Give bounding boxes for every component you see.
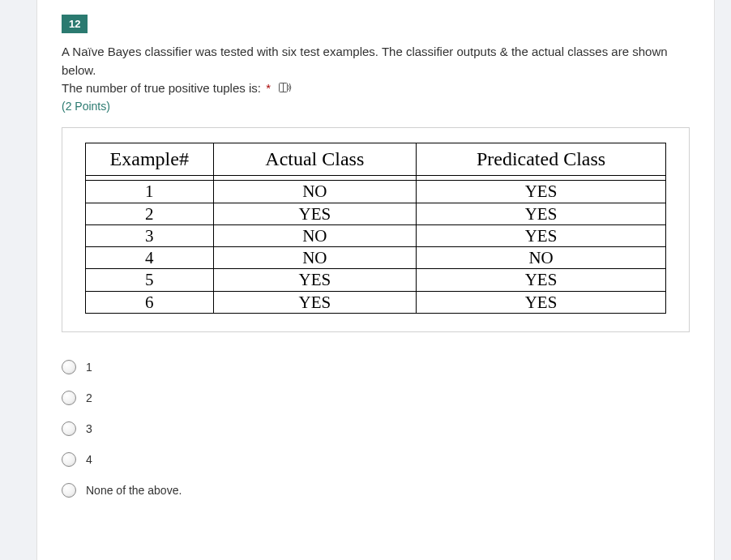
header-predicted: Predicated Class bbox=[417, 143, 666, 176]
question-points: (2 Points) bbox=[62, 100, 690, 113]
cell-example: 5 bbox=[86, 269, 214, 291]
table-row: 2YESYES bbox=[86, 203, 666, 224]
cell-actual: YES bbox=[213, 291, 417, 313]
required-mark: * bbox=[266, 81, 271, 95]
cell-predicted: YES bbox=[417, 291, 666, 313]
cell-example: 1 bbox=[86, 181, 214, 203]
option-label: 1 bbox=[86, 361, 92, 374]
question-card: 12 A Naïve Bayes classifier was tested w… bbox=[36, 0, 715, 560]
cell-example: 6 bbox=[86, 291, 214, 313]
answer-option[interactable]: 4 bbox=[62, 444, 690, 475]
option-label: None of the above. bbox=[86, 484, 182, 497]
option-label: 4 bbox=[86, 453, 92, 466]
option-label: 2 bbox=[86, 391, 92, 404]
question-text: A Naïve Bayes classifier was tested with… bbox=[62, 43, 690, 98]
question-number-badge: 12 bbox=[62, 15, 88, 33]
radio-button[interactable] bbox=[62, 421, 76, 436]
table-row: 3NOYES bbox=[86, 224, 666, 246]
answer-options: 1234None of the above. bbox=[62, 352, 690, 506]
table-row: 1NOYES bbox=[86, 181, 666, 203]
cell-example: 3 bbox=[86, 224, 214, 246]
question-table-container: Example# Actual Class Predicated Class 1… bbox=[62, 127, 690, 332]
cell-predicted: YES bbox=[417, 181, 666, 203]
radio-button[interactable] bbox=[62, 360, 76, 374]
radio-button[interactable] bbox=[62, 391, 76, 405]
header-example: Example# bbox=[86, 143, 214, 176]
cell-example: 4 bbox=[86, 247, 214, 269]
cell-actual: YES bbox=[213, 203, 417, 224]
classifier-table: Example# Actual Class Predicated Class 1… bbox=[85, 143, 666, 314]
table-header-row: Example# Actual Class Predicated Class bbox=[86, 143, 666, 176]
cell-predicted: YES bbox=[417, 224, 666, 246]
cell-predicted: NO bbox=[417, 247, 666, 269]
cell-actual: YES bbox=[213, 269, 417, 291]
header-actual: Actual Class bbox=[213, 143, 417, 176]
answer-option[interactable]: 3 bbox=[62, 413, 690, 444]
answer-option[interactable]: 2 bbox=[62, 383, 690, 413]
cell-predicted: YES bbox=[417, 269, 666, 291]
table-row: 5YESYES bbox=[86, 269, 666, 291]
question-text-line1: A Naïve Bayes classifier was tested with… bbox=[62, 45, 668, 77]
cell-actual: NO bbox=[213, 247, 417, 269]
cell-example: 2 bbox=[86, 203, 214, 224]
answer-option[interactable]: None of the above. bbox=[62, 475, 690, 506]
table-row: 6YESYES bbox=[86, 291, 666, 313]
answer-option[interactable]: 1 bbox=[62, 352, 690, 383]
table-row: 4NONO bbox=[86, 247, 666, 269]
cell-predicted: YES bbox=[417, 203, 666, 224]
radio-button[interactable] bbox=[62, 483, 76, 498]
question-text-line2: The number of true positive tuples is: bbox=[62, 81, 261, 95]
radio-button[interactable] bbox=[62, 452, 76, 467]
cell-actual: NO bbox=[213, 181, 417, 203]
immersive-reader-icon[interactable] bbox=[279, 80, 292, 99]
cell-actual: NO bbox=[213, 224, 417, 246]
option-label: 3 bbox=[86, 422, 92, 435]
